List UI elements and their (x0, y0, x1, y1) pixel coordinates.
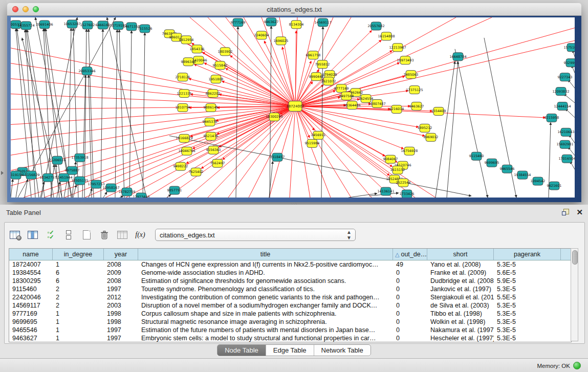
table-cell[interactable]: 1 (53, 318, 104, 325)
function-builder-icon[interactable]: f(x) (134, 229, 146, 240)
graph-node[interactable]: 9445378 (203, 118, 217, 126)
table-cell[interactable]: Yano et al. (2008) (427, 261, 494, 268)
citation-edge[interactable] (194, 64, 295, 106)
table-cell[interactable]: 1997 (104, 326, 138, 334)
graph-node[interactable]: 2240604 (254, 31, 269, 39)
graph-node[interactable]: 1854336 (190, 45, 205, 53)
citation-edge[interactable] (11, 48, 295, 106)
table-cell[interactable]: 6 (53, 269, 104, 276)
table-row[interactable]: 1456911722003Disruption of a novel membe… (9, 301, 571, 310)
graph-node[interactable]: 9886145 (204, 104, 219, 112)
graph-node[interactable]: 1895212 (418, 124, 432, 132)
table-cell[interactable]: Estimation of the future numbers of pati… (138, 326, 393, 334)
graph-node[interactable]: 1615152 (390, 166, 405, 174)
graph-node[interactable]: 6466160 (96, 21, 111, 29)
graph-node[interactable]: 14569117 (314, 18, 331, 27)
edge[interactable] (167, 194, 171, 198)
table-cell[interactable]: 0 (393, 335, 427, 342)
close-window-icon[interactable] (12, 6, 18, 12)
citation-edge[interactable] (105, 106, 295, 198)
table-row[interactable]: 911546021997Tourette syndrome. Phenomeno… (9, 285, 571, 293)
graph-node[interactable]: 2718126 (176, 73, 190, 81)
table-cell[interactable]: 2003 (104, 302, 138, 309)
graph-node[interactable]: 9465546 (500, 165, 515, 173)
graph-node[interactable]: 9515984 (305, 139, 320, 147)
table-cell[interactable]: 2 (53, 286, 104, 293)
graph-node[interactable]: 6497568 (339, 92, 354, 100)
table-cell[interactable]: Structural magnetic resonance image aver… (138, 318, 393, 325)
table-cell[interactable]: Dudbridge et al. (2008) (427, 277, 494, 285)
table-cell[interactable]: 19384554 (9, 269, 53, 276)
table-cell[interactable]: 9115460 (9, 286, 53, 293)
select-all-columns-icon[interactable]: ▫✓▫✓ (45, 229, 57, 240)
graph-node[interactable]: 1456911 (311, 131, 326, 139)
table-cell[interactable]: 6 (53, 277, 104, 285)
edge[interactable] (103, 192, 107, 198)
graph-node[interactable]: 9329966 (564, 59, 575, 67)
table-cell[interactable]: 49 (393, 261, 427, 268)
edge[interactable] (435, 61, 455, 198)
graph-node[interactable]: 17375125 (406, 86, 423, 94)
graph-node[interactable]: 7625402 (189, 168, 204, 176)
graph-node[interactable]: 12093832 (552, 87, 569, 96)
table-cell[interactable]: Corpus callosum shape and size in male p… (138, 310, 393, 317)
table-cell[interactable]: 18724007 (9, 261, 53, 268)
citation-edge[interactable] (11, 94, 295, 106)
graph-node[interactable]: 7562497 (210, 159, 225, 167)
citation-edge[interactable] (191, 43, 295, 106)
table-cell[interactable]: Estimation of significance thresholds fo… (138, 277, 393, 285)
citation-edge[interactable] (295, 106, 393, 167)
edge[interactable] (129, 31, 132, 198)
column-header-name[interactable]: name (9, 249, 53, 260)
table-cell[interactable]: 5.6E-5 (494, 269, 561, 276)
graph-node[interactable]: 9857791 (167, 186, 182, 194)
table-cell[interactable]: 2008 (104, 261, 138, 268)
citation-edge[interactable] (295, 40, 575, 106)
edge[interactable] (89, 75, 92, 198)
table-row[interactable]: 946362711997Embryonic stem cells: a mode… (9, 334, 571, 342)
table-cell[interactable]: Changes of HCN gene expression and I(f) … (138, 261, 393, 268)
table-cell[interactable]: 1997 (104, 335, 138, 342)
edge[interactable] (455, 49, 488, 198)
graph-node[interactable]: 9463627 (264, 18, 279, 26)
graph-node[interactable]: 9896348 (181, 58, 196, 66)
graph-node[interactable]: 1696025 (274, 37, 289, 45)
graph-node[interactable]: 21206516 (49, 156, 66, 164)
graph-node[interactable]: 1527602 (80, 21, 95, 29)
table-cell[interactable]: 0 (393, 269, 427, 276)
graph-node[interactable]: 6961758 (306, 51, 321, 59)
table-cell[interactable]: 1 (53, 326, 104, 334)
graph-node[interactable]: 15692981 (556, 140, 573, 148)
graph-node[interactable]: 1621072 (321, 77, 336, 85)
table-cell[interactable]: 1998 (104, 310, 138, 317)
graph-node[interactable]: 8134304 (289, 20, 304, 29)
table-cell[interactable]: 5.3E-5 (494, 302, 561, 309)
graph-node[interactable]: 16154808 (378, 32, 395, 40)
table-cell[interactable]: 0 (393, 302, 427, 309)
window-titlebar[interactable]: citations_edges.txt (7, 3, 581, 16)
network-table-selector[interactable]: citations_edges.txt ▲▼ (155, 229, 356, 241)
graph-node[interactable]: 9498222 (173, 162, 188, 170)
table-cell[interactable]: 5.3E-5 (494, 318, 561, 325)
table-row[interactable]: 1830029562008Estimation of significance … (9, 277, 571, 285)
create-column-icon[interactable] (80, 229, 93, 240)
table-row[interactable]: 969969511998Structural magnetic resonanc… (9, 318, 571, 326)
table-row[interactable]: 2242004622012Investigating the contribut… (9, 293, 571, 301)
graph-node[interactable]: 12213967 (389, 43, 406, 52)
panel-expand-arrow-icon[interactable] (1, 171, 4, 175)
graph-node[interactable]: 16648784 (449, 53, 466, 61)
table-cell[interactable]: 0 (393, 294, 427, 301)
graph-node[interactable]: 9699695 (485, 159, 499, 167)
table-cell[interactable]: 5.3E-5 (494, 326, 561, 334)
graph-node[interactable]: 6216014 (389, 105, 404, 114)
minimize-window-icon[interactable] (23, 6, 29, 12)
edge[interactable] (84, 29, 86, 198)
tab-node-table[interactable]: Node Table (217, 345, 266, 356)
graph-node[interactable]: 12444154 (554, 102, 571, 111)
edge[interactable] (120, 196, 123, 198)
edge[interactable] (101, 29, 103, 198)
graph-node[interactable]: 2522544 (396, 179, 411, 187)
table-cell[interactable]: Genome-wide association studies in ADHD. (138, 269, 393, 276)
table-cell[interactable]: 1 (53, 335, 104, 342)
graph-node[interactable]: 10973493 (397, 56, 413, 64)
